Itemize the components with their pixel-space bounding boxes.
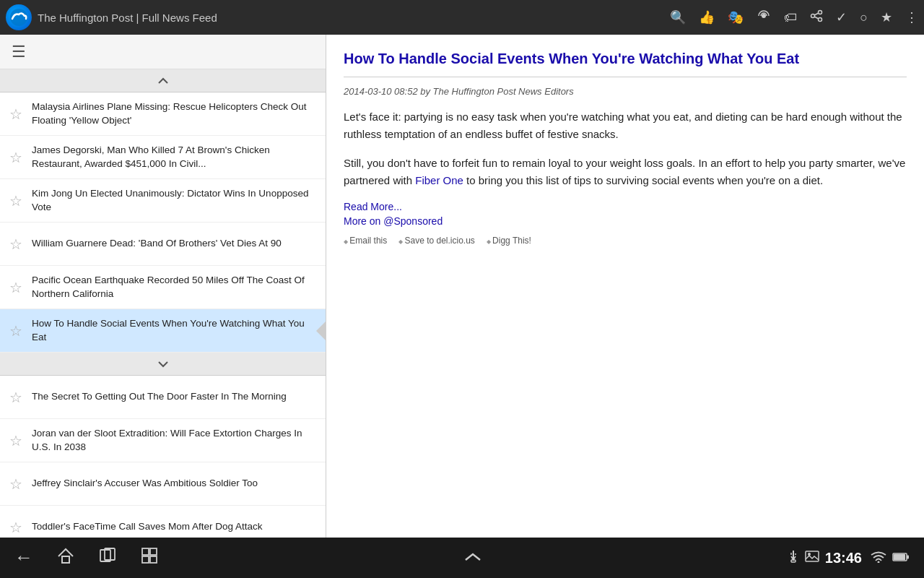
scroll-up-button[interactable] [0, 69, 326, 92]
wifi-icon [871, 551, 886, 565]
check-icon[interactable]: ✓ [836, 9, 847, 25]
feed-item-text-9: Jeffrey Sinclair's Accuser Was Ambitious… [32, 477, 320, 491]
bottom-bar: ← [0, 538, 924, 578]
svg-line-5 [814, 13, 819, 15]
article-body-2-post: to bring you this list of tips to surviv… [463, 174, 823, 186]
nav-icons: ← [14, 546, 159, 569]
star-icon-3[interactable]: ☆ [6, 191, 26, 211]
delicious-action[interactable]: Save to del.icio.us [398, 236, 475, 246]
svg-rect-10 [142, 548, 149, 555]
status-area: 13:46 [788, 549, 910, 566]
tag-icon[interactable]: 🏷 [784, 10, 797, 25]
star-top-icon[interactable]: ★ [881, 9, 892, 25]
home-button[interactable] [56, 546, 75, 569]
feed-item-9[interactable]: ☆ Jeffrey Sinclair's Accuser Was Ambitio… [0, 462, 326, 506]
feed-item-2[interactable]: ☆ James Degorski, Man Who Killed 7 At Br… [0, 136, 326, 179]
search-icon[interactable]: 🔍 [670, 9, 686, 25]
svg-rect-17 [791, 560, 796, 562]
read-more-link[interactable]: Read More... [344, 201, 907, 212]
svg-rect-7 [62, 556, 69, 563]
feed-item-text-2: James Degorski, Man Who Killed 7 At Brow… [32, 144, 320, 171]
bottom-center [464, 548, 481, 567]
svg-point-2 [819, 10, 822, 14]
title-divider [344, 77, 907, 77]
circle-icon[interactable]: ○ [860, 10, 868, 25]
like-icon[interactable]: 👍 [699, 9, 715, 25]
feed-item-text-10: Toddler's FaceTime Call Saves Mom After … [32, 520, 320, 534]
feed-item-text-4: William Guarnere Dead: 'Band Of Brothers… [32, 237, 320, 251]
star-icon-4[interactable]: ☆ [6, 234, 26, 254]
feed-item-10[interactable]: ☆ Toddler's FaceTime Call Saves Mom Afte… [0, 506, 326, 538]
star-icon-2[interactable]: ☆ [6, 147, 26, 168]
star-icon-10[interactable]: ☆ [6, 517, 26, 538]
star-icon-5[interactable]: ☆ [6, 277, 26, 298]
feed-item-6[interactable]: ☆ How To Handle Social Events When You'r… [0, 309, 326, 353]
image-icon [805, 551, 819, 565]
svg-rect-11 [150, 548, 157, 555]
svg-point-20 [878, 561, 880, 563]
recents-button[interactable] [98, 546, 117, 569]
mask-icon[interactable]: 🎭 [728, 9, 744, 25]
share-icon[interactable] [810, 9, 823, 26]
battery-icon [892, 552, 910, 564]
back-button[interactable]: ← [14, 546, 33, 569]
feed-list: ☆ Malaysia Airlines Plane Missing: Rescu… [0, 92, 326, 538]
feed-item-text-1: Malaysia Airlines Plane Missing: Rescue … [32, 100, 320, 128]
svg-point-1 [762, 14, 766, 18]
article-meta: 2014-03-10 08:52 by The Huffington Post … [344, 86, 907, 97]
feed-item-4[interactable]: ☆ William Guarnere Dead: 'Band Of Brothe… [0, 223, 326, 266]
digg-action[interactable]: Digg This! [487, 236, 531, 246]
feed-item-text-7: The Secret To Getting Out The Door Faste… [32, 390, 320, 404]
star-icon-1[interactable]: ☆ [6, 104, 26, 124]
feed-item-text-6: How To Handle Social Events When You're … [32, 317, 320, 345]
star-icon-8[interactable]: ☆ [6, 431, 26, 451]
svg-point-4 [811, 14, 815, 17]
svg-point-3 [819, 17, 822, 21]
top-bar: The Huffington Post | Full News Feed 🔍 👍… [0, 0, 924, 35]
feed-item-8[interactable]: ☆ Joran van der Sloot Extradition: Will … [0, 419, 326, 462]
sidebar: ☰ ☆ Malaysia Airlines Plane Missing: Res… [0, 35, 326, 538]
feed-item-text-8: Joran van der Sloot Extradition: Will Fa… [32, 427, 320, 454]
svg-rect-22 [894, 554, 905, 560]
feed-item-text-3: Kim Jong Un Elected Unanimously: Dictato… [32, 187, 320, 215]
grid-button[interactable] [140, 546, 159, 569]
hamburger-menu[interactable]: ☰ [6, 40, 32, 64]
star-icon-6[interactable]: ☆ [6, 321, 26, 341]
article-body-1: Let's face it: partying is no easy task … [344, 108, 907, 143]
feed-item-1[interactable]: ☆ Malaysia Airlines Plane Missing: Rescu… [0, 92, 326, 136]
more-on-link[interactable]: More on @Sponsored [344, 215, 907, 227]
svg-line-6 [814, 17, 819, 19]
scroll-up-center-button[interactable] [464, 548, 481, 567]
read-more-section: Read More... More on @Sponsored [344, 201, 907, 227]
feed-item-3[interactable]: ☆ Kim Jong Un Elected Unanimously: Dicta… [0, 179, 326, 223]
main-layout: ☰ ☆ Malaysia Airlines Plane Missing: Res… [0, 35, 924, 538]
feed-item-7[interactable]: ☆ The Secret To Getting Out The Door Fas… [0, 376, 326, 419]
top-icons: 🔍 👍 🎭 🏷 ✓ ○ ★ ⋮ [670, 9, 918, 27]
radio-icon[interactable] [757, 9, 771, 27]
svg-rect-12 [142, 556, 149, 563]
scroll-down-mid-button[interactable] [0, 353, 326, 376]
usb-icon [788, 549, 799, 566]
clock-display: 13:46 [825, 550, 862, 566]
article-body-2: Still, you don't have to forfeit fun to … [344, 155, 907, 189]
star-icon-7[interactable]: ☆ [6, 387, 26, 407]
article-content: How To Handle Social Events When You're … [326, 35, 924, 538]
email-action[interactable]: Email this [344, 236, 387, 246]
svg-rect-13 [150, 556, 157, 563]
more-icon[interactable]: ⋮ [905, 9, 918, 25]
article-title[interactable]: How To Handle Social Events When You're … [344, 49, 907, 68]
fiber-one-link[interactable]: Fiber One [415, 174, 463, 186]
app-title: The Huffington Post | Full News Feed [38, 12, 664, 24]
feed-item-text-5: Pacific Ocean Earthquake Recorded 50 Mil… [32, 274, 320, 301]
app-logo [6, 4, 32, 30]
sidebar-controls: ☰ [0, 35, 326, 69]
svg-rect-18 [806, 551, 819, 561]
feed-item-5[interactable]: ☆ Pacific Ocean Earthquake Recorded 50 M… [0, 266, 326, 309]
action-bar: Email this Save to del.icio.us Digg This… [344, 236, 907, 246]
svg-rect-23 [907, 555, 909, 558]
star-icon-9[interactable]: ☆ [6, 474, 26, 494]
